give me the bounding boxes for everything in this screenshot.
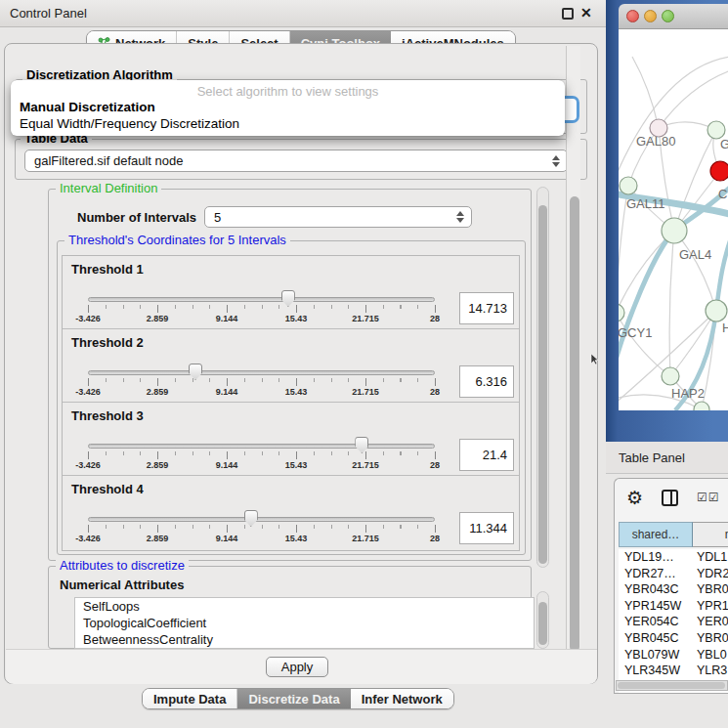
- select-columns-icon[interactable]: ☑☑: [697, 491, 720, 504]
- network-canvas[interactable]: GAL80 GA C GAL11 GAL4 GCY1 H HAP2: [619, 29, 728, 410]
- list-item[interactable]: BetweennessCentrality: [75, 631, 534, 648]
- slider-tick-labels: -3.4262.859 9.14415.43 21.71528: [88, 534, 435, 544]
- minimize-traffic-light[interactable]: [644, 10, 657, 22]
- threshold-2-slider[interactable]: [88, 370, 435, 375]
- svg-text:GAL80: GAL80: [636, 134, 675, 149]
- tab-impute-data[interactable]: Impute Data: [143, 689, 237, 708]
- table-row[interactable]: YBR043CYBR0: [619, 581, 728, 598]
- threshold-3-slider[interactable]: [88, 444, 435, 449]
- attributes-list-scrollbar[interactable]: [536, 591, 549, 649]
- table-rows: YDL19…YDL1 YDR27…YDR2 YBR043CYBR0 YPR145…: [619, 549, 728, 694]
- table-panel-title: Table Panel: [619, 442, 685, 474]
- threshold-1-slider[interactable]: [88, 297, 435, 302]
- svg-text:GAL4: GAL4: [679, 247, 711, 262]
- apply-bar: Apply: [6, 649, 597, 684]
- table-panel-body: ⚙ ☑☑ shared… na YDL19…YDL1 YDR27…YDR2 YB…: [614, 478, 728, 694]
- bottom-tabs: Impute Data Discretize Data Infer Networ…: [142, 688, 454, 709]
- network-nodes[interactable]: [619, 119, 728, 410]
- threshold-row-4: Threshold 4 -3.4262.859 9.14415.43 21.71…: [63, 476, 519, 549]
- threshold-4-label: Threshold 4: [71, 482, 144, 496]
- svg-text:C: C: [718, 187, 727, 201]
- node-red[interactable]: [710, 161, 728, 181]
- table-row[interactable]: YDR27…YDR2: [619, 566, 728, 582]
- node-hap2[interactable]: [662, 367, 679, 385]
- zoom-traffic-light[interactable]: [662, 10, 674, 22]
- node-bottom[interactable]: [694, 402, 709, 410]
- slider-ticks: [88, 305, 436, 313]
- gear-icon[interactable]: ⚙: [626, 487, 643, 509]
- slider-tick-labels: -3.4262.859 9.14415.43 21.71528: [88, 387, 435, 398]
- node-h[interactable]: [706, 300, 727, 321]
- tab-discretize-data[interactable]: Discretize Data: [237, 689, 350, 708]
- list-item[interactable]: SelfLoops: [75, 598, 534, 615]
- scrollbar-thumb[interactable]: [618, 682, 725, 689]
- threshold-row-3: Threshold 3 -3.4262.859 9.14415.43 21.71…: [63, 403, 519, 476]
- threshold-4-slider[interactable]: [88, 517, 435, 522]
- tab-infer-network[interactable]: Infer Network: [351, 689, 453, 708]
- control-panel-titlebar: Control Panel ✕: [0, 0, 606, 27]
- node-gal4[interactable]: [662, 218, 687, 243]
- threshold-3-value-field[interactable]: 21.4: [459, 439, 514, 471]
- numerical-attributes-label: Numerical Attributes: [60, 578, 184, 592]
- threshold-rows: Threshold 1 -3.4262.859 9.14415.43 21.71…: [62, 255, 520, 551]
- number-of-intervals-combo[interactable]: 5: [204, 206, 472, 228]
- algorithm-option-manual[interactable]: Manual Discretization: [20, 100, 155, 114]
- svg-text:GCY1: GCY1: [619, 325, 652, 340]
- table-row[interactable]: YER054CYER0: [619, 614, 728, 630]
- svg-text:GA: GA: [720, 137, 728, 151]
- table-data-combo[interactable]: galFiltered.sif default node: [24, 150, 568, 172]
- network-window-titlebar: [619, 4, 728, 29]
- inner-scrollbar[interactable]: [536, 187, 549, 568]
- table-row[interactable]: YDL19…YDL1: [619, 549, 728, 566]
- numerical-attributes-list[interactable]: SelfLoops TopologicalCoefficient Between…: [74, 597, 535, 649]
- outer-scrollbar[interactable]: [566, 46, 580, 682]
- combo-arrows-icon: [456, 211, 464, 223]
- threshold-coordinates-label: Threshold's Coordinates for 5 Intervals: [64, 233, 290, 247]
- threshold-1-value-field[interactable]: 14.713: [459, 292, 514, 324]
- threshold-4-value-field[interactable]: 11.344: [459, 512, 514, 544]
- table-header-row: shared… na: [619, 522, 728, 547]
- node-gcy1[interactable]: [619, 304, 624, 321]
- svg-text:H: H: [722, 321, 728, 335]
- table-row[interactable]: YLR345WYLR3: [619, 663, 728, 679]
- apply-button[interactable]: Apply: [266, 657, 328, 677]
- slider-ticks: [88, 378, 436, 386]
- table-toolbar: ⚙ ☑☑: [615, 479, 728, 521]
- number-of-intervals-label: Number of Intervals: [77, 210, 196, 225]
- algorithm-dropdown-popup: Select algorithm to view settings Manual…: [11, 80, 565, 136]
- interval-definition-label: Interval Definition: [56, 181, 161, 195]
- network-graph: GAL80 GA C GAL11 GAL4 GCY1 H HAP2: [619, 29, 728, 410]
- float-window-icon[interactable]: [562, 8, 574, 20]
- mouse-cursor: [590, 354, 600, 365]
- close-traffic-light[interactable]: [626, 10, 639, 22]
- svg-text:HAP2: HAP2: [671, 386, 705, 401]
- svg-text:GAL11: GAL11: [626, 196, 665, 211]
- table-row[interactable]: YBL079WYBL0: [619, 647, 728, 664]
- cyni-toolbox-panel: Discretization Algorithm Select algorith…: [4, 43, 598, 684]
- attributes-group-label: Attributes to discretize: [56, 558, 189, 573]
- column-header-name[interactable]: na: [693, 522, 728, 547]
- columns-icon[interactable]: [662, 490, 678, 506]
- close-icon[interactable]: ✕: [580, 5, 592, 21]
- column-header-shared-name[interactable]: shared…: [619, 522, 693, 547]
- slider-tick-labels: -3.4262.859 9.14415.43 21.71528: [88, 460, 435, 471]
- list-item[interactable]: TopologicalCoefficient: [75, 615, 534, 631]
- threshold-1-label: Threshold 1: [71, 262, 144, 277]
- slider-tick-labels: -3.4262.859 9.14415.43 21.71528: [88, 314, 435, 324]
- threshold-row-1: Threshold 1 -3.4262.859 9.14415.43 21.71…: [63, 256, 519, 329]
- node-gal11[interactable]: [620, 177, 637, 194]
- application-window: Control Panel ✕ Network Style Select Cyn…: [0, 0, 728, 728]
- slider-ticks: [88, 451, 436, 459]
- attributes-list-scrollbar-thumb[interactable]: [538, 602, 547, 645]
- threshold-2-label: Threshold 2: [71, 335, 144, 350]
- outer-scrollbar-thumb[interactable]: [570, 196, 579, 652]
- table-row[interactable]: YBR045CYBR0: [619, 630, 728, 647]
- table-horizontal-scrollbar[interactable]: [616, 680, 728, 691]
- algorithm-option-equal-width[interactable]: Equal Width/Frequency Discretization: [20, 116, 239, 131]
- threshold-2-value-field[interactable]: 6.316: [459, 365, 514, 398]
- inner-scrollbar-thumb[interactable]: [538, 205, 547, 564]
- network-view-window: GAL80 GA C GAL11 GAL4 GCY1 H HAP2: [619, 4, 728, 410]
- table-row[interactable]: YPR145WYPR1: [619, 598, 728, 615]
- threshold-row-2: Threshold 2 -3.4262.859 9.14415.43 21.71…: [63, 329, 519, 403]
- combo-arrows-icon: [552, 155, 560, 167]
